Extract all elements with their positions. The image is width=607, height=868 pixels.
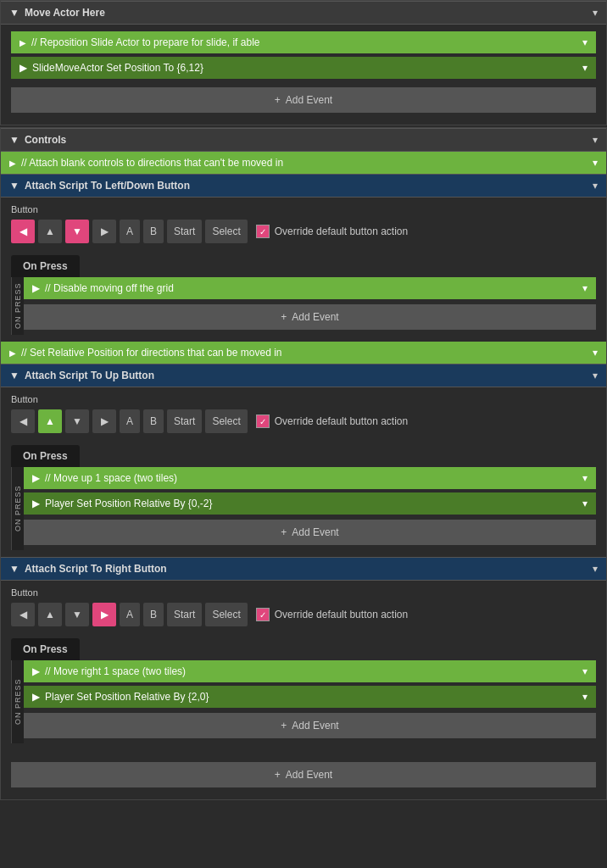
btn-select-rt[interactable]: Select <box>205 603 247 626</box>
add-event-plus-icon: + <box>275 94 281 106</box>
move-actor-title: Move Actor Here <box>25 7 105 19</box>
on-press-tab-up[interactable]: On Press <box>11 445 80 467</box>
attach-blank-tri: ▶ <box>9 159 16 168</box>
on-press-tab-ld[interactable]: On Press <box>11 255 80 277</box>
button-row-up: ◀ ▲ ▼ ▶ A B Start Select ✓ Override defa… <box>11 409 596 433</box>
script-up-tri: ▼ <box>9 370 19 381</box>
script-left-down-header[interactable]: ▼ Attach Script To Left/Down Button ▾ <box>1 174 606 198</box>
add-label-rt: Add Event <box>292 720 338 732</box>
btn-down[interactable]: ▼ <box>65 220 89 243</box>
override-label-ld: Override default button action <box>275 225 408 237</box>
set-rel-tri: ▶ <box>9 348 16 358</box>
btn-right[interactable]: ▶ <box>92 603 116 626</box>
script-up-title: Attach Script To Up Button <box>25 370 154 381</box>
event-move-right[interactable]: ▶ // Move right 1 space (two tiles) ▾ <box>24 660 596 682</box>
event-tri-1: ▶ <box>19 38 26 47</box>
btn-down-rt[interactable]: ▼ <box>65 603 89 626</box>
btn-left-up[interactable]: ◀ <box>11 409 35 433</box>
add-event-button-top[interactable]: + Add Event <box>11 87 596 113</box>
btn-start-rt[interactable]: Start <box>167 603 202 626</box>
btn-up-rt[interactable]: ▲ <box>38 603 62 626</box>
add-event-rt[interactable]: + Add Event <box>24 713 596 738</box>
controls-chevron: ▾ <box>593 134 598 146</box>
btn-a-up[interactable]: A <box>120 409 140 433</box>
event-label-1: // Reposition Slide Actor to prepare for… <box>31 36 259 48</box>
button-label-rt: Button <box>11 587 596 598</box>
btn-a-ld[interactable]: A <box>120 220 140 243</box>
event-pp-chevron: ▾ <box>582 498 588 509</box>
event-dis-chevron: ▾ <box>582 282 588 294</box>
add-label-up: Add Event <box>292 526 338 538</box>
btn-up[interactable]: ▲ <box>38 409 62 433</box>
add-plus-ld: + <box>281 311 287 323</box>
move-actor-section: ▼ Move Actor Here ▾ ▶ // Reposition Slid… <box>0 0 607 125</box>
override-checkbox-rt: ✓ Override default button action <box>256 608 408 621</box>
script-up-chevron: ▾ <box>593 370 598 381</box>
controls-section: ▼ Controls ▾ ▶ // Attach blank controls … <box>0 127 607 800</box>
override-checkbox-up: ✓ Override default button action <box>256 415 408 428</box>
btn-b-up[interactable]: B <box>143 409 164 433</box>
move-actor-header[interactable]: ▼ Move Actor Here ▾ <box>1 1 606 25</box>
btn-start-up[interactable]: Start <box>167 409 202 433</box>
controls-header[interactable]: ▼ Controls ▾ <box>1 128 606 152</box>
event-mu-label: // Move up 1 space (two tiles) <box>45 472 177 484</box>
script-up-content: Button ◀ ▲ ▼ ▶ A B Start Select ✓ Overri… <box>1 387 606 557</box>
btn-select-ld[interactable]: Select <box>205 220 247 243</box>
button-row-ld: ◀ ▲ ▼ ▶ A B Start Select ✓ Override defa… <box>11 220 596 243</box>
event-chevron-2: ▾ <box>582 62 588 74</box>
set-rel-pos-bar[interactable]: ▶ // Set Relative Position for direction… <box>1 342 606 364</box>
script-up: ▼ Attach Script To Up Button ▾ Button ◀ … <box>1 364 606 557</box>
script-ld-tri: ▼ <box>9 180 19 192</box>
script-ld-content: Button ◀ ▲ ▼ ▶ A B Start Select ✓ Overri… <box>1 198 606 342</box>
override-checkbox-ld: ✓ Override default button action <box>256 225 408 238</box>
move-actor-content: ▶ // Reposition Slide Actor to prepare f… <box>1 25 606 125</box>
btn-select-up[interactable]: Select <box>205 409 247 433</box>
event-player-pos-up[interactable]: ▶ Player Set Position Relative By {0,-2}… <box>24 492 596 515</box>
add-event-up[interactable]: + Add Event <box>24 520 596 545</box>
event-bar-reposition[interactable]: ▶ // Reposition Slide Actor to prepare f… <box>11 31 596 53</box>
event-move-up[interactable]: ▶ // Move up 1 space (two tiles) ▾ <box>24 467 596 489</box>
on-press-tab-rt[interactable]: On Press <box>11 638 80 660</box>
set-rel-label: // Set Relative Position for directions … <box>21 347 282 359</box>
event-bar-setpos[interactable]: ▶ SlideMoveActor Set Position To {6,12} … <box>11 57 596 79</box>
attach-blank-chevron: ▾ <box>593 157 598 169</box>
add-event-final[interactable]: + Add Event <box>11 762 596 787</box>
event-pp-tri: ▶ <box>32 498 40 509</box>
event-ppr-label: Player Set Position Relative By {2,0} <box>45 691 209 703</box>
btn-down-up[interactable]: ▼ <box>65 409 89 433</box>
check-up[interactable]: ✓ <box>256 415 270 428</box>
btn-up-ld[interactable]: ▲ <box>38 220 62 243</box>
script-right-header[interactable]: ▼ Attach Script To Right Button ▾ <box>1 557 606 581</box>
btn-start-ld[interactable]: Start <box>167 220 202 243</box>
script-ld-title: Attach Script To Left/Down Button <box>25 180 190 192</box>
attach-blank-label: // Attach blank controls to directions t… <box>21 157 283 169</box>
event-dis-label: // Disable moving off the grid <box>45 282 174 294</box>
add-event-label-top: Add Event <box>286 94 332 106</box>
add-plus-up: + <box>281 526 287 538</box>
btn-b-ld[interactable]: B <box>143 220 164 243</box>
event-mr-label: // Move right 1 space (two tiles) <box>45 665 186 677</box>
btn-right-up[interactable]: ▶ <box>92 409 116 433</box>
event-label-2: SlideMoveActor Set Position To {6,12} <box>32 62 203 74</box>
btn-left[interactable]: ◀ <box>11 220 35 243</box>
script-right: ▼ Attach Script To Right Button ▾ Button… <box>1 557 606 750</box>
override-label-rt: Override default button action <box>275 609 408 620</box>
button-label-ld: Button <box>11 204 596 214</box>
event-player-pos-rt[interactable]: ▶ Player Set Position Relative By {2,0} … <box>24 686 596 708</box>
add-event-ld[interactable]: + Add Event <box>24 304 596 330</box>
btn-left-rt[interactable]: ◀ <box>11 603 35 626</box>
add-label-final: Add Event <box>286 769 332 781</box>
btn-right-ld[interactable]: ▶ <box>92 220 116 243</box>
script-up-header[interactable]: ▼ Attach Script To Up Button ▾ <box>1 364 606 387</box>
btn-a-rt[interactable]: A <box>120 603 140 626</box>
move-actor-triangle: ▼ <box>9 7 19 19</box>
check-ld[interactable]: ✓ <box>256 225 270 238</box>
attach-blank-bar[interactable]: ▶ // Attach blank controls to directions… <box>1 152 606 174</box>
check-rt[interactable]: ✓ <box>256 608 270 621</box>
script-rt-tri: ▼ <box>9 563 19 575</box>
btn-b-rt[interactable]: B <box>143 603 164 626</box>
script-rt-chevron: ▾ <box>593 563 598 575</box>
button-label-up: Button <box>11 394 596 404</box>
event-mu-tri: ▶ <box>32 472 40 484</box>
event-disable-grid[interactable]: ▶ // Disable moving off the grid ▾ <box>24 277 596 299</box>
